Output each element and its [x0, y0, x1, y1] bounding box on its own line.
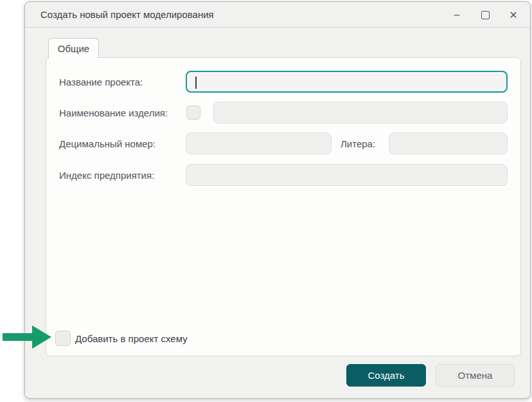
- decimal-number-label-wrap: Децимальный номер:: [59, 132, 155, 154]
- project-name-label-wrap: Название проекта:: [59, 71, 143, 93]
- window-controls: – ✕: [448, 2, 522, 28]
- add-schema-label-wrap: Добавить в проект схему: [75, 331, 188, 346]
- product-name-checkbox[interactable]: [186, 105, 200, 120]
- create-button-label: Создать: [368, 370, 404, 381]
- add-schema-checkbox[interactable]: [55, 331, 71, 346]
- create-project-dialog: Создать новый проект моделирования – ✕ О…: [24, 1, 531, 399]
- enterprise-index-field-box: [186, 164, 508, 186]
- tab-general[interactable]: Общие: [48, 38, 99, 58]
- titlebar: Создать новый проект моделирования – ✕: [25, 2, 530, 28]
- decimal-number-input[interactable]: [186, 133, 331, 154]
- maximize-button[interactable]: [476, 6, 494, 24]
- close-button[interactable]: ✕: [504, 6, 522, 24]
- litera-input[interactable]: [389, 133, 507, 154]
- litera-field-box: [389, 132, 508, 154]
- cancel-button[interactable]: Отмена: [436, 364, 515, 387]
- annotation-arrow-icon: [1, 324, 53, 351]
- product-name-label-wrap: Наименование изделия:: [59, 102, 168, 123]
- text-caret: [195, 77, 197, 89]
- project-name-label: Название проекта:: [59, 77, 143, 87]
- close-icon: ✕: [509, 9, 517, 21]
- decimal-number-field-box: [186, 132, 332, 154]
- maximize-icon: [481, 11, 490, 19]
- general-tab-panel: Название проекта: Наименование изделия: …: [46, 57, 521, 356]
- product-name-label: Наименование изделия:: [59, 107, 168, 118]
- add-schema-label: Добавить в проект схему: [75, 333, 188, 344]
- enterprise-index-label: Индекс предприятия:: [59, 170, 154, 181]
- product-name-input[interactable]: [214, 102, 507, 123]
- product-name-field-box: [213, 102, 508, 123]
- decimal-number-label: Децимальный номер:: [59, 138, 155, 149]
- project-name-field-box: [186, 71, 508, 93]
- cancel-button-label: Отмена: [458, 370, 493, 381]
- minimize-button[interactable]: –: [448, 6, 466, 24]
- enterprise-index-input[interactable]: [186, 165, 507, 185]
- tab-general-label: Общие: [58, 43, 89, 54]
- litera-label-wrap: Литера:: [341, 132, 375, 154]
- create-button[interactable]: Создать: [346, 364, 426, 387]
- litera-label: Литера:: [341, 138, 375, 149]
- minimize-icon: –: [454, 9, 460, 21]
- enterprise-index-label-wrap: Индекс предприятия:: [59, 164, 154, 186]
- dialog-title: Создать новый проект моделирования: [40, 9, 214, 20]
- project-name-input[interactable]: [187, 72, 506, 91]
